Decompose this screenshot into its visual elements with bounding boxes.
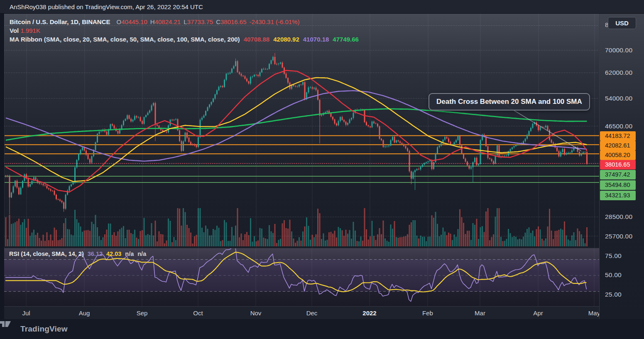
price-badge: 44183.72 [600, 131, 636, 141]
price-badge: 35494.80 [600, 180, 636, 190]
ma-ribbon-legend-row: MA Ribbon (SMA, close, 20, SMA, close, 5… [10, 35, 359, 44]
currency-toggle-button[interactable]: USD [608, 17, 636, 29]
footer-bar: TradingView [0, 319, 644, 339]
ma-ribbon-value: 47749.66 [333, 36, 359, 43]
price-scale-label: 25700.00 [605, 233, 632, 240]
symbol-legend-row: Bitcoin / U.S. Dollar, 1D, BINANCEO40445… [10, 17, 359, 26]
price-badge: 34321.93 [600, 191, 636, 200]
time-axis-label: Apr [533, 310, 543, 317]
ma-ribbon-value: 41070.18 [303, 36, 329, 43]
published-bar: AnShRoy038 published on TradingView.com,… [0, 0, 644, 14]
ohlc-value: -2430.31 (-6.01%) [250, 18, 300, 25]
price-scale-label: 28500.00 [605, 213, 632, 221]
price-scale[interactable]: USD 80000.0070000.0062000.0054000.004650… [599, 14, 644, 319]
ohlc-letter: O [117, 18, 122, 25]
price-scale-label: 46500.00 [605, 123, 632, 130]
price-scale-label: 50.00 [605, 271, 622, 279]
chart-legend: Bitcoin / U.S. Dollar, 1D, BINANCEO40445… [10, 17, 359, 44]
time-axis-label: Dec [306, 310, 318, 317]
published-text: AnShRoy038 published on TradingView.com,… [10, 3, 203, 10]
volume-legend-row: Vol 1.991K [10, 26, 359, 35]
time-axis[interactable]: JulAugSepOctNovDec2022FebMarAprMay [4, 306, 599, 319]
ohlc-value: 38016.65 [220, 18, 247, 25]
ma-ribbon-value: 42080.92 [273, 36, 299, 43]
rsi-value: n/a [125, 251, 134, 257]
time-axis-label: Nov [250, 310, 262, 317]
tradingview-logo-text[interactable]: TradingView [20, 324, 68, 334]
time-axis-label: Aug [79, 310, 90, 317]
tradingview-logo-icon[interactable] [0, 319, 11, 329]
time-axis-label: 2022 [362, 310, 376, 317]
price-chart-canvas[interactable] [5, 14, 600, 248]
price-badge: 42082.61 [600, 141, 636, 150]
price-badge: 38016.65 [600, 160, 636, 170]
ohlc-letter: L [184, 18, 187, 25]
time-axis-label: Sep [137, 310, 148, 317]
ma-ribbon-value: 40708.88 [244, 36, 270, 43]
ohlc-value: 37733.75 [187, 18, 213, 25]
ohlc-letter: H [150, 18, 155, 25]
rsi-value: n/a [137, 251, 146, 257]
rsi-pane[interactable]: RSI (14, close, SMA, 14, 2)36.1242.03n/a… [4, 248, 599, 306]
death-cross-callout[interactable]: Death Cross Between 20 SMA and 100 SMA [429, 93, 590, 111]
price-badge: 37497.42 [600, 170, 636, 179]
tradingview-snapshot: AnShRoy038 published on TradingView.com,… [0, 0, 644, 339]
ohlc-letter: C [216, 18, 220, 25]
volume-label: Vol [10, 27, 19, 34]
rsi-chart-canvas[interactable] [4, 248, 599, 307]
volume-value: 1.991K [20, 27, 40, 34]
time-axis-label: Jul [22, 310, 30, 317]
price-badge: 40058.20 [600, 150, 636, 160]
ohlc-value: 40824.21 [155, 18, 181, 25]
ohlc-value: 40445.10 [121, 18, 147, 25]
price-scale-label: 54000.00 [605, 95, 632, 102]
price-scale-label: 62000.00 [605, 69, 632, 76]
price-scale-label: 25.00 [605, 291, 622, 298]
price-scale-label: 70000.00 [605, 47, 632, 54]
chart-frame: Bitcoin / U.S. Dollar, 1D, BINANCEO40445… [0, 14, 644, 319]
price-pane[interactable]: Bitcoin / U.S. Dollar, 1D, BINANCEO40445… [4, 14, 599, 248]
time-axis-label: Mar [475, 310, 485, 317]
rsi-label: RSI (14, close, SMA, 14, 2) [9, 251, 84, 257]
time-axis-label: Feb [422, 310, 433, 317]
rsi-legend: RSI (14, close, SMA, 14, 2)36.1242.03n/a… [9, 251, 146, 257]
rsi-value: 36.12 [88, 251, 103, 257]
price-scale-label: 75.00 [605, 252, 622, 260]
rsi-value: 42.03 [106, 251, 121, 257]
ma-ribbon-label: MA Ribbon (SMA, close, 20, SMA, close, 5… [10, 36, 240, 43]
symbol-title: Bitcoin / U.S. Dollar, 1D, BINANCE [10, 18, 110, 25]
time-axis-label: Oct [193, 310, 203, 317]
time-axis-label: May [588, 310, 600, 317]
